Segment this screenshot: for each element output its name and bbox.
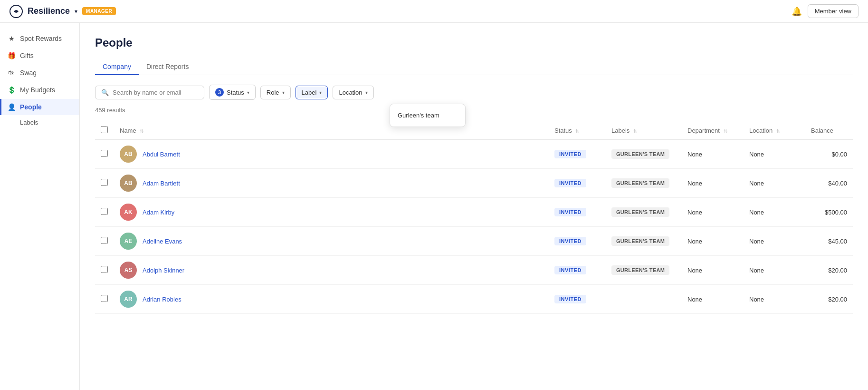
row-status-cell: INVITED [549,140,606,169]
row-status-cell: INVITED [549,256,606,285]
person-name[interactable]: Adam Bartlett [143,180,180,187]
avatar: AS [120,262,137,279]
status-filter-label: Status [227,89,244,96]
location-filter-button[interactable]: Location ▾ [333,86,373,99]
th-labels: Labels ⇅ [606,121,682,140]
manager-badge: MANAGER [82,7,116,15]
tabs-bar: Company Direct Reports [95,59,853,75]
status-badge: INVITED [554,237,586,245]
row-name-cell: AB Abdul Barnett [114,140,549,169]
th-labels-label: Labels [611,127,630,134]
select-all-checkbox[interactable] [101,126,108,133]
row-balance-cell: $45.00 [805,227,853,256]
tab-company[interactable]: Company [95,59,139,75]
brand-name: Resilience [28,6,70,16]
row-location-cell: None [744,256,805,285]
gift-icon: 🎁 [8,52,15,59]
th-name-label: Name [120,127,136,134]
th-status-label: Status [554,127,572,134]
people-table: Name ⇅ Status ⇅ Labels ⇅ Department [95,121,853,314]
table-row: AS Adolph Skinner INVITED GURLEEN'S TEAM… [95,256,853,285]
row-status-cell: INVITED [549,198,606,227]
sidebar-item-gifts[interactable]: 🎁 Gifts [0,48,79,64]
th-select-all [95,121,114,140]
person-name[interactable]: Adam Kirby [143,209,174,216]
row-balance-cell: $20.00 [805,256,853,285]
th-status: Status ⇅ [549,121,606,140]
row-checkbox[interactable] [101,179,108,186]
th-balance-label: Balance [811,127,833,134]
row-labels-cell: GURLEEN'S TEAM [606,198,682,227]
label-badge: GURLEEN'S TEAM [611,149,669,159]
row-status-cell: INVITED [549,227,606,256]
status-filter-button[interactable]: 3 Status ▾ [209,85,256,100]
row-checkbox[interactable] [101,295,108,302]
status-badge: INVITED [554,295,586,303]
row-location-cell: None [744,169,805,198]
row-status-cell: INVITED [549,169,606,198]
role-filter-button[interactable]: Role ▾ [260,86,291,99]
sidebar-label-people: People [20,103,42,111]
row-labels-cell: GURLEEN'S TEAM [606,256,682,285]
row-checkbox[interactable] [101,266,108,273]
notification-bell[interactable]: 🔔 [792,6,802,17]
person-name[interactable]: Abdul Barnett [143,151,180,158]
page-title: People [95,36,853,49]
person-name[interactable]: Adeline Evans [143,238,182,245]
row-checkbox[interactable] [101,208,108,215]
th-labels-sort-icon[interactable]: ⇅ [633,128,637,134]
th-department-sort-icon[interactable]: ⇅ [724,128,727,134]
th-location-label: Location [749,127,773,134]
sidebar-item-people[interactable]: 👤 People [0,99,79,115]
avatar: AK [120,204,137,221]
sidebar-item-spot-rewards[interactable]: ★ Spot Rewards [0,30,79,47]
status-filter-caret: ▾ [247,90,249,95]
topbar-right: 🔔 Member view [792,4,858,18]
row-labels-cell [606,285,682,314]
avatar: AR [120,291,137,308]
search-icon: 🔍 [101,89,109,96]
role-filter-caret: ▾ [282,90,285,95]
row-checkbox[interactable] [101,150,108,157]
th-balance: Balance [805,121,853,140]
row-checkbox-cell [95,140,114,169]
sidebar-labels-link[interactable]: Labels [0,116,79,129]
th-department-label: Department [687,127,720,134]
th-status-sort-icon[interactable]: ⇅ [575,128,579,134]
row-department-cell: None [682,140,744,169]
search-input[interactable] [113,89,198,96]
person-name[interactable]: Adolph Skinner [143,267,184,274]
people-icon: 👤 [8,103,15,111]
row-department-cell: None [682,285,744,314]
th-name-sort-icon[interactable]: ⇅ [140,128,143,134]
status-badge: INVITED [554,208,586,216]
member-view-button[interactable]: Member view [808,4,858,18]
th-location-sort-icon[interactable]: ⇅ [776,128,780,134]
location-filter-caret: ▾ [365,90,368,95]
row-location-cell: None [744,140,805,169]
person-name[interactable]: Adrian Robles [143,296,181,303]
sidebar-label-gifts: Gifts [20,52,34,59]
star-icon: ★ [8,35,15,42]
label-filter-label: Label [302,89,317,96]
row-department-cell: None [682,256,744,285]
sidebar-item-my-budgets[interactable]: 💲 My Budgets [0,82,79,98]
label-filter-button[interactable]: Label ▾ [296,86,328,99]
label-badge: GURLEEN'S TEAM [611,265,669,275]
search-box[interactable]: 🔍 [95,86,204,99]
tab-direct-reports[interactable]: Direct Reports [139,59,196,75]
label-dropdown-item-gurleens-team[interactable]: Gurleen's team [390,108,465,123]
label-filter-caret: ▾ [319,90,322,95]
sidebar-item-swag[interactable]: 🛍 Swag [0,65,79,81]
row-name-cell: AE Adeline Evans [114,227,549,256]
row-department-cell: None [682,198,744,227]
th-location: Location ⇅ [744,121,805,140]
row-name-cell: AS Adolph Skinner [114,256,549,285]
row-department-cell: None [682,169,744,198]
row-balance-cell: $500.00 [805,198,853,227]
sidebar-label-my-budgets: My Budgets [20,86,55,94]
row-checkbox[interactable] [101,237,108,244]
brand-caret[interactable]: ▾ [75,8,77,15]
row-labels-cell: GURLEEN'S TEAM [606,169,682,198]
th-department: Department ⇅ [682,121,744,140]
